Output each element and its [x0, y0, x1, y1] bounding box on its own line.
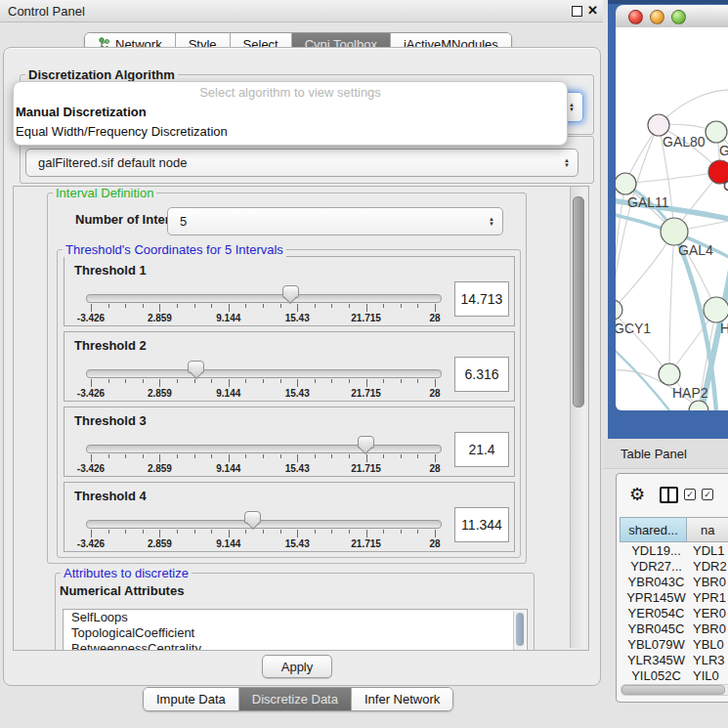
slider-track[interactable] [86, 294, 442, 303]
network-canvas[interactable]: GAL80GACGAL11GAL4GCY1HHAP2 [616, 27, 728, 410]
algorithm-group-title: Discretization Algorithm [25, 67, 178, 82]
slider-track[interactable] [86, 369, 442, 378]
checkbox-icon[interactable]: ✓ [684, 489, 696, 500]
threshold-label: Threshold 1 [74, 263, 147, 278]
network-node[interactable] [659, 364, 680, 385]
slider-track[interactable] [86, 520, 442, 529]
slider-thumb[interactable] [188, 361, 204, 373]
network-node-label: C [723, 178, 728, 193]
attribute-list-item[interactable]: TopologicalCoefficient [64, 625, 527, 641]
algorithm-dropdown-popup: Select algorithm to view settings Manual… [13, 81, 568, 146]
threshold-value-field[interactable]: 11.344 [454, 507, 509, 542]
network-node-label: GAL4 [678, 242, 713, 258]
network-node-label: GA [719, 143, 728, 158]
table-panel-title: Table Panel [621, 447, 687, 461]
control-panel-titlebar: Control Panel [0, 0, 603, 22]
table-panel-titlebar: Table Panel [603, 439, 728, 469]
table-horizontal-scrollbar[interactable] [621, 684, 728, 696]
dropdown-option-manual[interactable]: Manual Discretization [14, 103, 567, 122]
table-row[interactable]: YER054CYER0 [620, 606, 728, 621]
scrollbar-thumb[interactable] [573, 196, 584, 407]
thresholds-group: Threshold 1-3.4262.8599.14415.4321.71528… [57, 249, 521, 558]
attributes-group: Numerical Attributes SelfLoopsTopologica… [55, 573, 535, 651]
table-data-combo[interactable]: galFiltered.sif default node ▲▼ [25, 149, 578, 177]
numerical-attributes-label: Numerical Attributes [60, 583, 184, 598]
viewport-scrollbar[interactable] [570, 187, 585, 648]
slider-thumb[interactable] [244, 511, 261, 524]
network-node[interactable] [661, 218, 688, 245]
attribute-list-item[interactable]: SelfLoops [64, 610, 527, 625]
network-node-label: GAL80 [663, 134, 706, 150]
table-panel: ⚙ ✓ ✓ shared... na YDL19...YDL1YDR27...Y… [616, 473, 728, 703]
threshold-box: Threshold 4-3.4262.8599.14415.4321.71528… [64, 482, 515, 552]
attributes-group-title: Attributes to discretize [61, 566, 192, 580]
table-row[interactable]: YBL079WYBL0 [620, 637, 728, 653]
slider-scale-labels: -3.4262.8599.14415.4321.71528 [64, 463, 514, 474]
column-header-shared-name[interactable]: shared... [620, 517, 687, 542]
zoom-traffic-light[interactable] [671, 10, 686, 24]
combo-arrows-icon: ▲▼ [569, 103, 575, 112]
app-root: Control Panel ✕ Network Style Select Cyn… [0, 0, 728, 728]
slider-scale-labels: -3.4262.8599.14415.4321.71528 [64, 388, 514, 399]
dropdown-prompt: Select algorithm to view settings [14, 82, 567, 103]
gear-icon[interactable]: ⚙ [629, 486, 645, 503]
threshold-value-field[interactable]: 14.713 [454, 281, 509, 317]
threshold-value-field[interactable]: 21.4 [454, 432, 509, 467]
slider-scale-labels: -3.4262.8599.14415.4321.71528 [64, 313, 514, 323]
network-node[interactable] [706, 121, 727, 143]
table-row[interactable]: YLR345WYLR3 [620, 653, 728, 668]
combo-arrows-icon: ▲▼ [489, 217, 494, 227]
float-window-icon[interactable] [572, 6, 582, 17]
network-node-label: GAL11 [627, 194, 669, 210]
threshold-box: Threshold 2-3.4262.8599.14415.4321.71528… [64, 331, 515, 402]
network-node[interactable] [704, 297, 728, 322]
column-header-name[interactable]: na [687, 517, 728, 542]
checkbox-icon[interactable]: ✓ [702, 489, 713, 500]
thresholds-group-title: Threshold's Coordinates for 5 Intervals [63, 242, 286, 257]
network-node-label: H [720, 321, 728, 336]
threshold-label: Threshold 2 [74, 338, 147, 353]
tab-impute-data[interactable]: Impute Data [144, 688, 239, 710]
interval-definition-group: Number of Intervals 5 ▲▼ Threshold 1-3.4… [47, 193, 527, 564]
tab-infer-network[interactable]: Infer Network [352, 688, 452, 710]
close-icon[interactable]: ✕ [587, 3, 598, 18]
slider-track[interactable] [86, 445, 442, 453]
scrollbar-thumb[interactable] [621, 685, 725, 695]
table-row[interactable]: YIL052CYIL0 [620, 668, 728, 682]
table-row[interactable]: YBR045CYBR0 [620, 621, 728, 637]
slider-thumb[interactable] [358, 436, 374, 449]
network-node[interactable] [648, 114, 669, 136]
minimize-traffic-light[interactable] [650, 10, 664, 24]
columns-icon[interactable] [660, 487, 678, 503]
threshold-value-field[interactable]: 6.316 [454, 357, 509, 392]
table-rows: YDL19...YDL1YDR27...YDR2YBR043CYBR0YPR14… [620, 543, 728, 682]
combo-arrows-icon: ▲▼ [564, 158, 570, 168]
table-header-row: shared... na [620, 517, 728, 542]
slider-scale-labels: -3.4262.8599.14415.4321.71528 [64, 538, 514, 549]
bottom-tab-bar: Impute Data Discretize Data Infer Networ… [143, 687, 453, 711]
network-node[interactable] [616, 300, 622, 320]
num-intervals-combo[interactable]: 5 ▲▼ [167, 207, 503, 236]
panel-title: Control Panel [8, 4, 85, 19]
attribute-list-item[interactable]: BetweennessCentrality [64, 641, 527, 651]
network-node-label: HAP2 [672, 385, 708, 401]
list-scrollbar[interactable] [513, 611, 526, 651]
slider-thumb[interactable] [282, 285, 299, 298]
table-toolbar: ⚙ ✓ ✓ [617, 474, 728, 515]
settings-viewport: Number of Intervals 5 ▲▼ Threshold 1-3.4… [13, 186, 589, 651]
table-row[interactable]: YBR043CYBR0 [620, 575, 728, 590]
table-data-value: galFiltered.sif default node [38, 155, 187, 170]
table-row[interactable]: YDR27...YDR2 [620, 559, 728, 575]
apply-button[interactable]: Apply [262, 655, 332, 678]
threshold-box: Threshold 1-3.4262.8599.14415.4321.71528… [64, 256, 515, 326]
network-node[interactable] [616, 173, 636, 194]
dropdown-option-equal-width[interactable]: Equal Width/Frequency Discretization [14, 122, 567, 142]
table-row[interactable]: YDL19...YDL1 [620, 543, 728, 559]
network-window-titlebar [616, 5, 728, 28]
tab-discretize-data[interactable]: Discretize Data [239, 688, 352, 710]
table-row[interactable]: YPR145WYPR1 [620, 590, 728, 606]
close-traffic-light[interactable] [628, 10, 643, 24]
threshold-label: Threshold 4 [74, 489, 147, 503]
threshold-label: Threshold 3 [74, 413, 147, 428]
network-node-label: GCY1 [616, 321, 651, 336]
